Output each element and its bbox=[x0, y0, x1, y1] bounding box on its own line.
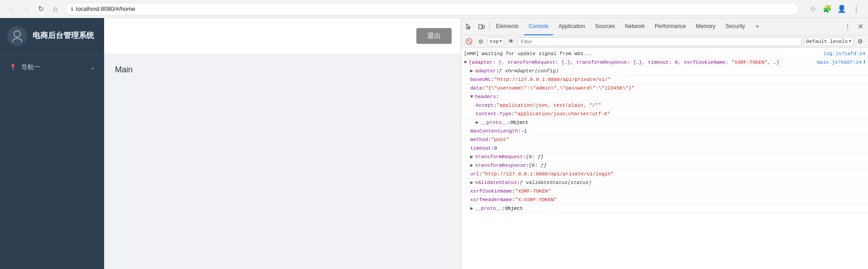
proto-obj-arrow-icon[interactable]: ▶ bbox=[470, 205, 473, 212]
bookmark-button[interactable]: ☆ bbox=[806, 3, 819, 15]
main-layout: 电商后台管理系统 📍 导航一 ⌄ 退出 Main bbox=[0, 18, 868, 269]
console-line-accept: Accept : "application/json, text/plain, … bbox=[461, 101, 868, 110]
sidebar-logo bbox=[7, 26, 27, 46]
tab-elements[interactable]: Elements bbox=[491, 18, 523, 35]
transform-resp-key: transformResponse bbox=[475, 162, 526, 169]
devtools-second-toolbar: 🚫 ⊘ top ▼ 👁 Default levels ▼ ⚙ bbox=[461, 35, 868, 48]
devtools-cursor-icon[interactable] bbox=[463, 21, 475, 33]
console-line-validate-status: ▶ validateStatus : ƒ validateStatus(stat… bbox=[461, 179, 868, 187]
account-button[interactable]: 👤 bbox=[835, 3, 848, 15]
timeout-value: 0 bbox=[494, 145, 497, 152]
console-line-xsrf-header: xsrfHeaderName : "X-XSRF-TOKEN" bbox=[461, 196, 868, 204]
adapter-arrow-icon[interactable]: ▶ bbox=[470, 67, 473, 75]
headers-arrow-icon[interactable]: ▼ bbox=[470, 93, 473, 100]
devtools-device-icon[interactable] bbox=[476, 21, 487, 33]
console-clear-button[interactable]: 🚫 bbox=[464, 37, 474, 47]
tab-console[interactable]: Console bbox=[524, 18, 553, 35]
address-bar[interactable]: ℹ localhost:8080/#/home bbox=[65, 3, 799, 15]
devtools-close-button[interactable]: ✕ bbox=[854, 21, 866, 33]
log-levels-chevron-icon: ▼ bbox=[849, 39, 851, 44]
forward-button[interactable]: → bbox=[20, 3, 33, 15]
adapter-key: adapter bbox=[475, 67, 496, 75]
console-line-baseurl: baseURL : "http://127.0.0.1:8888/api/pri… bbox=[461, 76, 868, 84]
baseurl-value: "http://127.0.0.1:8888/api/private/v1/" bbox=[494, 76, 610, 83]
method-value: "post" bbox=[491, 136, 509, 143]
method-key: method bbox=[470, 136, 488, 143]
app-title: 电商后台管理系统 bbox=[33, 31, 94, 41]
toolbar-separator-1 bbox=[489, 22, 490, 31]
console-line-adapter: ▶ adapter : ƒ xhrAdapter(config) bbox=[461, 67, 868, 76]
transform-req-value: {0: ƒ} bbox=[526, 153, 544, 160]
proto-headers-arrow-icon[interactable]: ▶ bbox=[476, 119, 479, 126]
xsrf-header-value: "X-XSRF-TOKEN" bbox=[515, 196, 557, 203]
tab-application[interactable]: Application bbox=[554, 18, 590, 35]
console-filter-input[interactable] bbox=[518, 37, 802, 46]
validate-status-arrow-icon[interactable]: ▶ bbox=[470, 179, 473, 186]
console-output[interactable]: [HMR] Waiting for update signal from WDS… bbox=[461, 48, 868, 269]
transform-resp-arrow-icon[interactable]: ▶ bbox=[470, 162, 473, 169]
xsrf-cookie-key: xsrfCookieName bbox=[470, 188, 512, 195]
console-settings-button[interactable]: ⚙ bbox=[855, 37, 865, 47]
content-type-value: "application/json;charset=utf-8" bbox=[515, 110, 610, 118]
obj-root-text: {adapter: ƒ, transformRequest: {…}, tran… bbox=[469, 59, 780, 66]
accept-key: Accept bbox=[476, 102, 494, 109]
exit-button[interactable]: 退出 bbox=[416, 28, 452, 44]
home-button[interactable]: ⌂ bbox=[49, 3, 62, 15]
sidebar-nav: 📍 导航一 ⌄ bbox=[0, 54, 104, 80]
app-page: Main bbox=[104, 54, 461, 269]
timeout-key: timeout bbox=[470, 145, 491, 152]
baseurl-key: baseURL bbox=[470, 76, 491, 83]
back-button[interactable]: ← bbox=[5, 3, 18, 15]
console-line-transform-req: ▶ transformRequest : {0: ƒ} bbox=[461, 153, 868, 161]
log-levels-label: Default levels bbox=[806, 39, 848, 44]
devtools-top-toolbar: Elements Console Application Sources Net… bbox=[461, 18, 868, 35]
content-type-key: Content-Type bbox=[476, 110, 511, 118]
top-context-label: top bbox=[490, 39, 499, 44]
console-line-max-content: maxContentLength : -1 bbox=[461, 127, 868, 136]
log-levels-select[interactable]: Default levels ▼ bbox=[804, 37, 854, 46]
proto-headers-key: __proto__ bbox=[481, 119, 507, 126]
console-line-xsrf-cookie: xsrfCookieName : "XSRF-TOKEN" bbox=[461, 187, 868, 196]
console-line-data: data : "{\"username\":\"admin\",\"passwo… bbox=[461, 84, 868, 93]
console-line-transform-resp: ▶ transformResponse : {0: ƒ} bbox=[461, 161, 868, 170]
data-key: data bbox=[470, 85, 482, 92]
devtools-more-button[interactable]: ⋮ bbox=[842, 21, 854, 33]
xsrf-cookie-value: "XSRF-TOKEN" bbox=[515, 188, 551, 195]
proto-headers-value: Object bbox=[510, 119, 529, 126]
proto-obj-key: __proto__ bbox=[475, 205, 502, 212]
tab-more[interactable]: » bbox=[751, 18, 763, 35]
sidebar-header: 电商后台管理系统 bbox=[0, 18, 104, 54]
obj-root-arrow-icon[interactable]: ▼ bbox=[464, 59, 467, 66]
top-context-select[interactable]: top ▼ bbox=[487, 37, 504, 46]
tab-sources[interactable]: Sources bbox=[591, 18, 620, 35]
browser-chrome: ← → ↻ ⌂ ℹ localhost:8080/#/home ☆ 🧩 👤 ⋮ bbox=[0, 0, 868, 18]
console-stop-button[interactable]: ⊘ bbox=[476, 37, 486, 47]
transform-req-arrow-icon[interactable]: ▶ bbox=[470, 153, 473, 160]
console-eye-button[interactable]: 👁 bbox=[506, 37, 516, 47]
accept-value: "application/json, text/plain, */*" bbox=[496, 102, 601, 109]
address-text: localhost:8080/#/home bbox=[76, 5, 793, 12]
headers-key: headers bbox=[475, 93, 496, 100]
top-context-chevron-icon: ▼ bbox=[500, 39, 502, 44]
reload-button[interactable]: ↻ bbox=[34, 3, 47, 15]
browser-actions: ☆ 🧩 👤 ⋮ bbox=[806, 3, 863, 15]
devtools-panel: Elements Console Application Sources Net… bbox=[461, 18, 868, 269]
tab-network[interactable]: Network bbox=[620, 18, 649, 35]
tab-security[interactable]: Security bbox=[721, 18, 749, 35]
url-value: "http://127.0.0.1:8888/api/private/v1/lo… bbox=[482, 170, 613, 178]
tab-performance[interactable]: Performance bbox=[650, 18, 691, 35]
max-content-value: -1 bbox=[521, 127, 527, 135]
extensions-button[interactable]: 🧩 bbox=[821, 3, 834, 15]
sidebar-item-nav-one[interactable]: 📍 导航一 ⌄ bbox=[0, 58, 104, 77]
hmr-link[interactable]: log.js?1afd:24 bbox=[824, 50, 865, 57]
app-sidebar: 电商后台管理系统 📍 导航一 ⌄ bbox=[0, 18, 104, 269]
menu-button[interactable]: ⋮ bbox=[850, 3, 863, 15]
validate-status-value: ƒ validateStatus(status) bbox=[520, 179, 591, 186]
transform-req-key: transformRequest bbox=[475, 153, 523, 160]
tab-memory[interactable]: Memory bbox=[692, 18, 720, 35]
console-line-content-type: Content-Type : "application/json;charset… bbox=[461, 110, 868, 118]
console-line-headers: ▼ headers : bbox=[461, 93, 868, 101]
nav-buttons: ← → ↻ ⌂ bbox=[5, 3, 62, 15]
blue-circle-icon: ℹ bbox=[863, 59, 865, 66]
obj-root-link[interactable]: main.js?56d7:14 bbox=[817, 59, 862, 66]
